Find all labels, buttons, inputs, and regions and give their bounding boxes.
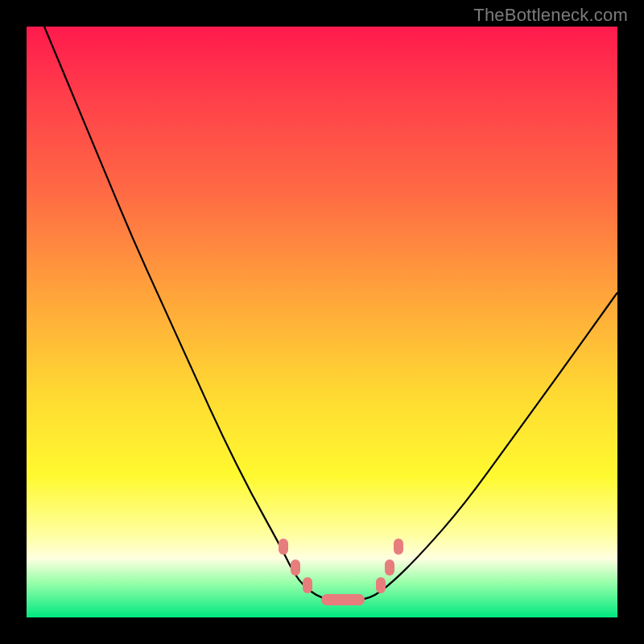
curve-marker	[385, 559, 394, 576]
curve-svg	[27, 27, 617, 617]
curve-marker	[321, 594, 365, 605]
curve-marker	[303, 577, 312, 593]
chart-frame: TheBottleneck.com	[0, 0, 644, 644]
curve-marker	[279, 539, 288, 555]
curve-marker	[376, 577, 386, 593]
curve-marker	[291, 559, 300, 576]
plot-area	[27, 27, 617, 617]
bottleneck-curve	[44, 27, 617, 600]
curve-marker	[394, 539, 403, 555]
watermark-text: TheBottleneck.com	[473, 5, 628, 26]
